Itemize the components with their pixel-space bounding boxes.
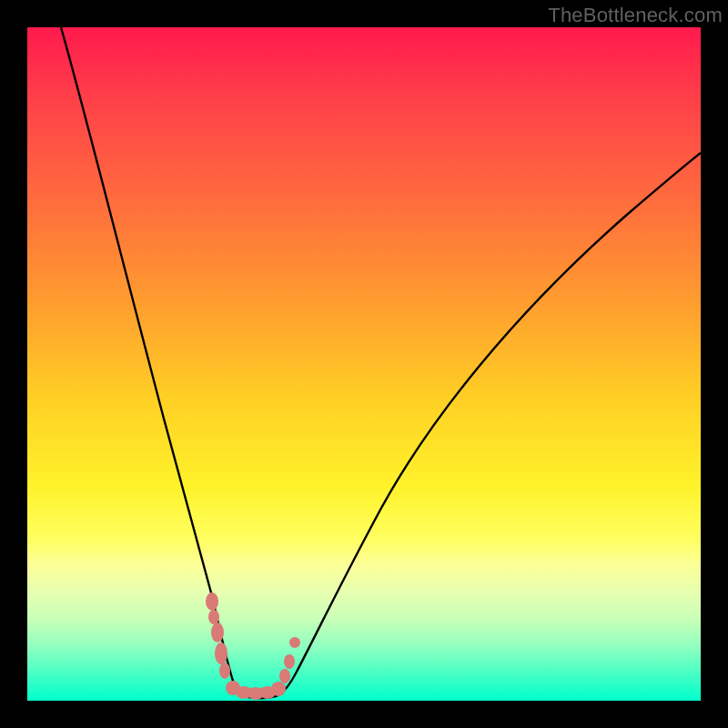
svg-point-1 [208,610,219,624]
svg-point-3 [215,642,228,664]
right-marker-cluster [279,637,300,683]
plot-area [27,27,701,701]
svg-point-2 [211,622,224,642]
watermark-text: TheBottleneck.com [548,4,723,27]
bottleneck-curve [61,27,701,698]
svg-point-0 [206,592,218,611]
svg-point-4 [219,662,230,679]
chart-frame: TheBottleneck.com [0,0,728,728]
svg-point-9 [271,682,286,696]
svg-point-12 [289,637,300,648]
svg-point-10 [279,669,290,683]
curve-layer [27,27,701,701]
left-marker-cluster [206,592,230,679]
svg-point-11 [284,654,295,669]
